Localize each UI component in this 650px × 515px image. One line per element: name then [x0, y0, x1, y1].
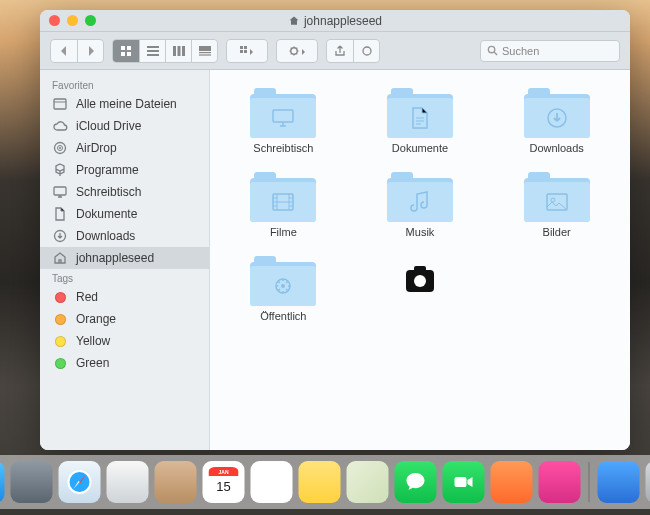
dock-notes[interactable] — [299, 461, 341, 503]
dock-launchpad[interactable] — [11, 461, 53, 503]
sidebar-item[interactable]: Alle meine Dateien — [40, 93, 209, 115]
sidebar-item-label: Orange — [76, 312, 116, 326]
svg-rect-26 — [273, 110, 293, 122]
folder-label: Downloads — [529, 142, 583, 154]
document-icon — [52, 206, 68, 222]
sidebar-item-label: Programme — [76, 163, 139, 177]
dock-preferences[interactable] — [646, 461, 651, 503]
folder-label: Filme — [270, 226, 297, 238]
close-button[interactable] — [49, 15, 60, 26]
sidebar-item-label: AirDrop — [76, 141, 117, 155]
svg-rect-4 — [147, 46, 159, 48]
svg-rect-43 — [455, 477, 467, 487]
dock-maps[interactable] — [347, 461, 389, 503]
share-button[interactable] — [327, 40, 353, 62]
window-body: FavoritenAlle meine DateieniCloud DriveA… — [40, 70, 630, 450]
svg-rect-7 — [173, 46, 176, 56]
desktop-icon — [52, 184, 68, 200]
apps-icon — [52, 162, 68, 178]
sidebar-item[interactable]: Downloads — [40, 225, 209, 247]
dock-reminders[interactable] — [251, 461, 293, 503]
all-files-icon — [52, 96, 68, 112]
svg-text:15: 15 — [216, 479, 230, 494]
sidebar-item-label: Red — [76, 290, 98, 304]
dock-safari[interactable] — [59, 461, 101, 503]
svg-point-19 — [488, 46, 494, 52]
dock-finder[interactable] — [0, 461, 5, 503]
svg-rect-24 — [54, 187, 66, 195]
titlebar[interactable]: johnappleseed — [40, 10, 630, 32]
folder-icon — [387, 172, 453, 222]
folder-item[interactable]: Öffentlich — [233, 256, 333, 322]
folder-item[interactable]: Schreibtisch — [233, 88, 333, 154]
content-area[interactable]: SchreibtischDokumenteDownloadsFilmeMusik… — [210, 70, 630, 450]
action-button[interactable] — [277, 40, 317, 62]
sidebar-header: Favoriten — [40, 76, 209, 93]
folder-label: Dokumente — [392, 142, 448, 154]
folder-icon — [524, 172, 590, 222]
icon-view-button[interactable] — [113, 40, 139, 62]
minimize-button[interactable] — [67, 15, 78, 26]
svg-point-23 — [59, 147, 61, 149]
sidebar-item[interactable]: Green — [40, 352, 209, 374]
svg-rect-8 — [177, 46, 180, 56]
sidebar-item[interactable]: iCloud Drive — [40, 115, 209, 137]
folder-item[interactable]: Musik — [370, 172, 470, 238]
sidebar-item-label: iCloud Drive — [76, 119, 141, 133]
fullscreen-button[interactable] — [85, 15, 96, 26]
folder-icon — [387, 88, 453, 138]
search-field[interactable]: Suchen — [480, 40, 620, 62]
dock-iphoto[interactable] — [598, 461, 640, 503]
screenshot-item[interactable] — [370, 256, 470, 322]
sidebar-item[interactable]: Red — [40, 286, 209, 308]
folder-label: Bilder — [543, 226, 571, 238]
action-button-group — [276, 39, 318, 63]
folder-item[interactable]: Filme — [233, 172, 333, 238]
column-view-button[interactable] — [165, 40, 191, 62]
home-icon — [52, 250, 68, 266]
sidebar-item[interactable]: Dokumente — [40, 203, 209, 225]
folder-icon — [250, 88, 316, 138]
forward-button[interactable] — [77, 40, 103, 62]
dock: JAN15 — [0, 455, 650, 509]
arrange-button[interactable] — [227, 40, 267, 62]
tag-dot — [52, 311, 68, 327]
sidebar-item[interactable]: AirDrop — [40, 137, 209, 159]
svg-rect-13 — [240, 46, 243, 49]
traffic-lights — [40, 15, 96, 26]
svg-rect-14 — [244, 46, 247, 49]
sidebar-item-label: Dokumente — [76, 207, 137, 221]
folder-item[interactable]: Bilder — [507, 172, 607, 238]
dock-photobooth[interactable] — [491, 461, 533, 503]
sidebar-item[interactable]: Programme — [40, 159, 209, 181]
finder-window: johnappleseed Suchen FavoritenAlle — [40, 10, 630, 450]
sidebar: FavoritenAlle meine DateieniCloud DriveA… — [40, 70, 210, 450]
camera-icon — [387, 256, 453, 306]
dock-itunes[interactable] — [539, 461, 581, 503]
list-view-button[interactable] — [139, 40, 165, 62]
svg-rect-15 — [240, 50, 243, 53]
folder-item[interactable]: Downloads — [507, 88, 607, 154]
svg-rect-0 — [121, 46, 125, 50]
svg-rect-9 — [182, 46, 185, 56]
sidebar-item[interactable]: Yellow — [40, 330, 209, 352]
cloud-icon — [52, 118, 68, 134]
sidebar-item[interactable]: johnappleseed — [40, 247, 209, 269]
sidebar-item[interactable]: Orange — [40, 308, 209, 330]
dock-facetime[interactable] — [443, 461, 485, 503]
sidebar-item[interactable]: Schreibtisch — [40, 181, 209, 203]
dock-separator — [589, 462, 590, 502]
sidebar-item-label: Downloads — [76, 229, 135, 243]
back-button[interactable] — [51, 40, 77, 62]
folder-icon — [524, 88, 590, 138]
tags-button[interactable] — [353, 40, 379, 62]
dock-calendar[interactable]: JAN15 — [203, 461, 245, 503]
dock-mail[interactable] — [107, 461, 149, 503]
coverflow-view-button[interactable] — [191, 40, 217, 62]
dock-messages[interactable] — [395, 461, 437, 503]
folder-item[interactable]: Dokumente — [370, 88, 470, 154]
dock-contacts[interactable] — [155, 461, 197, 503]
window-title: johnappleseed — [40, 14, 630, 28]
svg-rect-1 — [127, 46, 131, 50]
svg-rect-6 — [147, 54, 159, 56]
